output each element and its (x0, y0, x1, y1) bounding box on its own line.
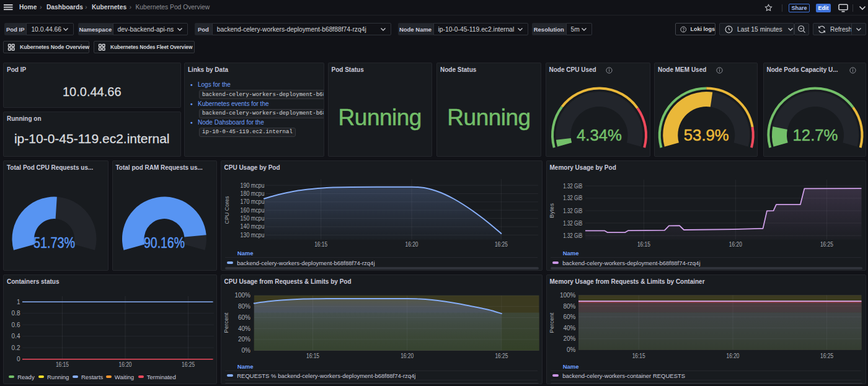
svg-text:16:20: 16:20 (401, 353, 414, 359)
svg-text:20%: 20% (563, 335, 575, 342)
svg-text:Percent: Percent (223, 312, 229, 333)
svg-text:1.32 GiB: 1.32 GiB (563, 207, 582, 214)
svg-text:160 mcpu: 160 mcpu (240, 206, 264, 213)
svg-text:40%: 40% (237, 325, 250, 332)
svg-text:16:25: 16:25 (820, 240, 833, 247)
svg-text:0.8: 0.8 (12, 310, 20, 317)
svg-text:16:15: 16:15 (632, 353, 645, 359)
svg-text:51.73%: 51.73% (33, 234, 75, 250)
svg-text:0.4: 0.4 (12, 333, 20, 340)
svg-text:53.9%: 53.9% (684, 126, 729, 144)
svg-text:1.32 GiB: 1.32 GiB (563, 232, 582, 239)
svg-text:170 mcpu: 170 mcpu (240, 198, 264, 205)
svg-text:150 mcpu: 150 mcpu (240, 215, 264, 222)
svg-text:1: 1 (17, 299, 20, 305)
svg-text:12.7%: 12.7% (792, 126, 838, 144)
svg-text:0.2: 0.2 (12, 344, 20, 351)
svg-text:80%: 80% (563, 303, 575, 310)
svg-text:16:20: 16:20 (728, 240, 742, 247)
svg-text:190 mcpu: 190 mcpu (240, 182, 264, 188)
svg-text:Bytes: Bytes (548, 203, 555, 218)
svg-text:180 mcpu: 180 mcpu (240, 190, 264, 197)
svg-text:16:15: 16:15 (56, 361, 69, 368)
svg-text:0.6: 0.6 (12, 322, 20, 328)
svg-text:CPU Cores: CPU Cores (223, 196, 230, 224)
svg-text:16:25: 16:25 (495, 353, 508, 359)
svg-text:130 mcpu: 130 mcpu (240, 232, 264, 239)
svg-text:140 mcpu: 140 mcpu (240, 223, 264, 230)
svg-text:0%: 0% (567, 346, 576, 353)
svg-text:16:25: 16:25 (494, 240, 507, 247)
svg-text:90.16%: 90.16% (144, 234, 185, 250)
svg-text:60%: 60% (563, 314, 575, 320)
svg-text:Percent: Percent (548, 312, 555, 333)
svg-text:0%: 0% (241, 347, 250, 354)
svg-text:0: 0 (17, 356, 20, 362)
svg-text:1.32 GiB: 1.32 GiB (563, 219, 582, 226)
svg-text:100%: 100% (234, 292, 250, 299)
svg-text:60%: 60% (237, 314, 250, 321)
svg-text:20%: 20% (237, 336, 250, 343)
svg-text:16:25: 16:25 (820, 353, 833, 359)
svg-text:16:20: 16:20 (119, 361, 132, 368)
svg-text:16:15: 16:15 (637, 240, 650, 247)
svg-text:1.32 GiB: 1.32 GiB (563, 182, 582, 189)
svg-text:40%: 40% (563, 325, 575, 331)
svg-text:16:15: 16:15 (306, 353, 319, 359)
svg-text:100%: 100% (559, 292, 575, 299)
svg-text:16:20: 16:20 (726, 353, 739, 359)
svg-text:16:15: 16:15 (314, 240, 327, 247)
svg-text:16:20: 16:20 (405, 240, 418, 247)
svg-text:16:25: 16:25 (182, 361, 195, 368)
svg-text:80%: 80% (237, 303, 250, 310)
svg-text:4.34%: 4.34% (577, 126, 622, 144)
svg-text:1.32 GiB: 1.32 GiB (563, 195, 582, 201)
